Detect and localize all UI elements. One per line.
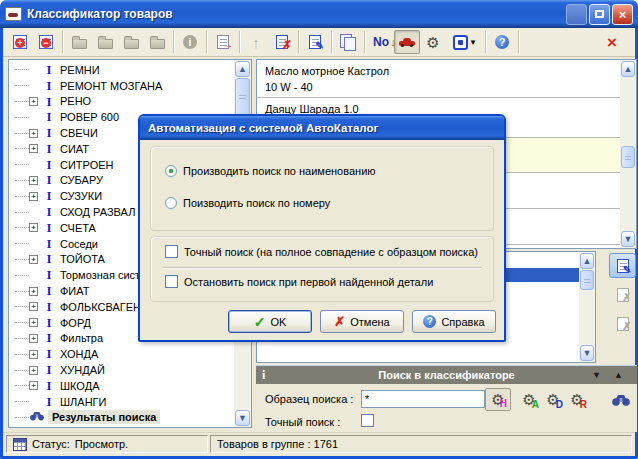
copy-button[interactable] [335, 30, 361, 54]
info-icon: i [183, 35, 197, 49]
expand-icon[interactable]: + [29, 366, 38, 375]
toolbar-separator [518, 31, 519, 53]
binoculars-icon [611, 394, 631, 406]
toolbar-separator [206, 31, 207, 53]
scroll-down-icon[interactable]: ▼ [580, 345, 594, 361]
radio-search-by-name[interactable]: Производить поиск по наименованию [165, 165, 376, 177]
expand-icon[interactable]: + [29, 144, 38, 153]
document-delete-icon: ✗ [276, 35, 288, 49]
edit-detail-button[interactable]: ✎ [609, 253, 636, 278]
help-button[interactable]: ?Справка [412, 310, 496, 333]
badge-icon [453, 35, 468, 50]
document-edit-icon: → [217, 35, 229, 49]
title-bar: Классификатор товаров × [0, 0, 638, 28]
remove-item-button[interactable]: − [33, 30, 59, 54]
help-button[interactable]: ? [489, 30, 515, 54]
tree-item[interactable]: +IРЕНО [9, 94, 234, 110]
radio-selected-icon[interactable] [165, 165, 177, 177]
document-pencil-icon: ✎ [617, 259, 629, 273]
exact-search-label: Точный поиск : [265, 416, 340, 428]
close-button[interactable]: × [612, 4, 633, 25]
dialog-title: Автоматизация с системой АвтоКаталог [148, 122, 378, 134]
new-folder-button [66, 30, 92, 54]
cancel-button[interactable]: ✗Отмена [320, 310, 404, 333]
minimize-button[interactable] [566, 4, 587, 25]
detail-list-scrollbar[interactable]: ▲ ▼ [579, 252, 595, 362]
edit-properties-button[interactable]: → [210, 30, 236, 54]
move-up-button: ↑ [243, 30, 269, 54]
radio-search-by-number[interactable]: Поизводить поиск по номеру [165, 197, 330, 209]
view-mode-button[interactable]: ▾ [446, 30, 482, 54]
tree-item-search-results[interactable]: Результаты поиска [9, 410, 234, 426]
tree-item[interactable]: IРЕМНИ [9, 62, 234, 78]
document-clear-icon: ✗ [617, 317, 629, 331]
tree-item[interactable]: IШЛАНГИ [9, 394, 234, 410]
checkbox-icon[interactable] [165, 275, 178, 288]
collapse-icon[interactable]: ▼ [592, 370, 601, 380]
expand-icon[interactable]: + [29, 318, 38, 327]
expand-icon[interactable]: + [29, 334, 38, 343]
expand-icon[interactable]: + [29, 223, 38, 232]
expand-icon[interactable]: + [29, 176, 38, 185]
scroll-down-icon[interactable]: ▼ [621, 231, 635, 247]
autocatalog-button[interactable] [394, 30, 420, 54]
expand-icon[interactable]: + [29, 192, 38, 201]
scroll-down-icon[interactable]: ▼ [235, 410, 250, 426]
scroll-up-icon[interactable]: ▲ [621, 61, 635, 77]
expand-icon[interactable]: + [29, 350, 38, 359]
list-item[interactable]: Масло мотрное Кастрол10 W - 40 [257, 60, 620, 98]
find-button[interactable] [608, 388, 634, 411]
checkbox-stop-first[interactable]: Остановить поиск при первой найденной де… [165, 275, 433, 288]
tree-item[interactable]: +IШКОДА [9, 378, 234, 394]
toolbar-separator [485, 31, 486, 53]
cross-icon: ✗ [334, 314, 345, 329]
tree-item[interactable]: +IХОНДА [9, 346, 234, 362]
settings-button[interactable]: ⚙ [420, 30, 446, 54]
expand-icon[interactable]: + [29, 381, 38, 390]
document-pencil-icon: ✎ [309, 35, 321, 49]
expand-icon[interactable]: ▲ [614, 370, 623, 380]
expand-icon[interactable]: + [29, 255, 38, 264]
checkbox-exact-search[interactable]: Точный поиск (на полное совпадение с обр… [165, 245, 478, 258]
dialog-title-bar: Автоматизация с системой АвтоКаталог [140, 116, 504, 140]
binoculars-icon [29, 411, 45, 423]
app-window: Классификатор товаров × + − i → ↑ ✗ ✎ No… [0, 0, 638, 459]
folder-up-button [144, 30, 170, 54]
gear-icon: ⚙ [426, 35, 439, 50]
main-toolbar: + − i → ↑ ✗ ✎ No↓ ⚙ ▾ ? × [3, 28, 635, 57]
maximize-button[interactable] [589, 4, 610, 25]
help-icon: ? [495, 35, 509, 49]
exit-button[interactable]: × [599, 30, 625, 54]
checkbox-icon[interactable] [165, 245, 178, 258]
expand-icon[interactable]: + [29, 302, 38, 311]
delete-document-button[interactable]: ✗ [269, 30, 295, 54]
search-panel-header: Поиск в классификаторе i ▼ ▲ [256, 366, 637, 384]
add-item-button[interactable]: + [7, 30, 33, 54]
tree-item[interactable]: +IХУНДАЙ [9, 362, 234, 378]
search-mode-groupbox: Производить поиск по наименованию Поизво… [150, 146, 494, 231]
edit-document-button[interactable]: ✎ [302, 30, 328, 54]
scroll-thumb[interactable] [580, 270, 594, 290]
search-mode-d-button[interactable]: ⚙D [540, 388, 566, 411]
expand-icon[interactable]: + [29, 97, 38, 106]
info-button: i [177, 30, 203, 54]
expand-icon[interactable]: + [29, 129, 38, 138]
scroll-thumb[interactable] [621, 146, 635, 168]
toolbar-separator [364, 31, 365, 53]
scroll-up-icon[interactable]: ▲ [580, 253, 594, 269]
ok-button[interactable]: ✓OK [228, 310, 312, 333]
search-mode-name-button[interactable]: ⚙Н [485, 388, 511, 411]
number-icon: No↓ [373, 35, 389, 49]
product-list-scrollbar[interactable]: ▲ ▼ [620, 60, 636, 248]
number-search-button[interactable]: No↓ [368, 30, 394, 54]
toolbar-separator [173, 31, 174, 53]
tree-item[interactable]: IРЕМОНТ МОЗГАНА [9, 78, 234, 94]
search-sample-input[interactable] [361, 390, 485, 408]
search-mode-article-button[interactable]: ⚙А [516, 388, 542, 411]
scroll-up-icon[interactable]: ▲ [235, 61, 250, 77]
exact-search-checkbox[interactable] [361, 414, 374, 427]
search-mode-r-button[interactable]: ⚙R [564, 388, 590, 411]
radio-icon[interactable] [165, 197, 177, 209]
scroll-thumb[interactable] [235, 78, 250, 116]
expand-icon[interactable]: + [29, 287, 38, 296]
